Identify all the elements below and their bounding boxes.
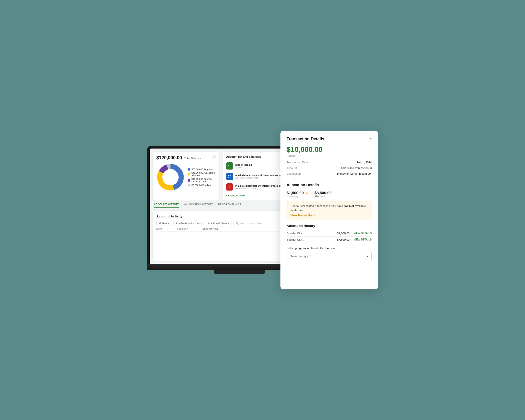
date-range-chevron: ▾ (168, 222, 169, 225)
legend-dot-pending (188, 184, 190, 186)
legend-label-pending: $5,000.00 Pending (191, 184, 211, 186)
view-details-link-1[interactable]: VIEW DETAILS (354, 232, 372, 235)
transaction-amount: $10,000.00 (287, 145, 372, 154)
close-button[interactable]: × (369, 137, 372, 141)
laptop-stand (214, 270, 265, 274)
view-details-link-2[interactable]: VIEW DETAILS (354, 238, 372, 241)
th-date: DATE (156, 228, 177, 230)
legend-label-program: $55,000.00 Program (191, 168, 213, 171)
legend-item-sponsor: $15,000.00 Sponsor Collected Fees (188, 178, 216, 183)
detail-row-date: Transaction Date Feb 1, 2024 (287, 161, 372, 164)
credits-debits-label: Credits and Debits (208, 222, 227, 225)
credits-debits-chevron: ▾ (228, 222, 229, 225)
ribbon-logo: r (226, 162, 233, 170)
balance-card: $120,000.00 Total Balance ℹ (153, 152, 219, 201)
date-range-filter[interactable]: All Time ▾ (156, 221, 171, 226)
view-transactions-link[interactable]: View Transactions (290, 213, 369, 218)
allocation-history-title: Allocation History (287, 224, 372, 228)
transaction-details-panel: Transaction Details × $10,000.00 Amount … (280, 131, 378, 289)
detail-label-date: Transaction Date (287, 161, 317, 164)
chevron-down-icon: ▾ (367, 255, 368, 258)
alloc-remaining-amount: $1,500.00 (287, 191, 304, 195)
detail-label-description: Description (287, 172, 317, 175)
history-amount-1: $1,000.00 (337, 232, 350, 235)
history-city-2: Boulder City... (287, 238, 337, 241)
tab-program-funds[interactable]: PROGRAM FUNDS (218, 203, 241, 208)
search-icon: 🔍 (236, 222, 239, 225)
svg-text:r: r (227, 164, 229, 168)
panel-title: Transaction Details (287, 137, 324, 141)
total-balance-amount: $120,000.00 (156, 155, 182, 160)
detail-label-account: Account (287, 166, 317, 170)
legend-dot-program (188, 168, 190, 171)
tab-allocation-activity[interactable]: ALLOCATION ACTIVITY (184, 203, 213, 208)
history-city-1: Boulder City... (287, 232, 337, 235)
alloc-remaining-label: Remaning (287, 195, 308, 198)
detail-row-description: Description Money for Lorem Ipsum dor (287, 172, 372, 175)
balance-legend: $55,000.00 Program $45,000.00 Available … (188, 168, 216, 186)
date-range-label: All Time (159, 222, 167, 225)
allocation-status-filter[interactable]: Filter by Allocation Status (173, 221, 204, 226)
panel-header: Transaction Details × (287, 137, 372, 141)
legend-label-available: $45,000.00 Available to Allocate (191, 172, 216, 177)
history-row-1: Boulder City... $1,000.00 VIEW DETAILS (287, 230, 372, 237)
select-program-placeholder: Select Program (290, 255, 311, 258)
legend-dot-available (188, 173, 190, 175)
donut-chart (156, 163, 185, 191)
alloc-allocated-label: Allocated (315, 195, 332, 198)
bofa-logo: B (226, 183, 233, 191)
balance-amount-row: $120,000.00 Total Balance (156, 155, 201, 161)
info-icon[interactable]: ℹ (212, 155, 216, 159)
th-account: ACCOUNT (177, 228, 203, 230)
warning-box: Due to unallocated transactions, you hav… (287, 201, 372, 220)
allocation-amounts: $1,500.00 ▲ Remaning $8,500.00 Allocated (287, 191, 372, 198)
balance-header: $120,000.00 Total Balance ℹ (156, 155, 216, 161)
svg-point-5 (163, 169, 178, 185)
legend-item-available: $45,000.00 Available to Allocate (188, 172, 216, 177)
tab-account-activity[interactable]: ACCOUNT ACTIVITY (154, 203, 179, 208)
search-placeholder: Search by description (240, 222, 262, 225)
alloc-remaining: $1,500.00 ▲ Remaning (287, 191, 308, 198)
warning-amount: $500.00 (344, 204, 354, 207)
detail-row-account: Account American Express *3333 (287, 166, 372, 170)
legend-dot-sponsor (188, 179, 190, 182)
detail-value-description: Money for Lorem Ipsum dor (317, 172, 372, 175)
amount-label: Amount (287, 154, 372, 157)
legend-item-program: $55,000.00 Program (188, 168, 216, 171)
warning-text-before: Due to unallocated transactions, you hav… (290, 204, 344, 207)
detail-value-account: American Express *3333 (317, 166, 372, 170)
select-program-dropdown[interactable]: Select Program ▾ (287, 252, 372, 261)
alloc-remaining-value: $1,500.00 ▲ (287, 191, 308, 195)
history-amount-2: $7,500.00 (337, 238, 350, 241)
alloc-allocated-value: $8,500.00 (315, 191, 332, 195)
amex-logo: AMEX (226, 173, 233, 180)
divider-1 (287, 179, 372, 179)
legend-label-sponsor: $15,000.00 Sponsor Collected Fees (191, 178, 216, 183)
history-row-2: Boulder City... $7,500.00 VIEW DETAILS (287, 237, 372, 243)
warning-triangle-icon: ▲ (305, 191, 308, 195)
allocation-title: Allocation Details (287, 183, 372, 187)
select-program-label: Select program to allocate the funds to: (287, 247, 372, 250)
scene: $120,000.00 Total Balance ℹ (147, 131, 378, 289)
detail-value-date: Feb 1, 2024 (317, 161, 372, 164)
allocation-status-label: Filter by Allocation Status (176, 222, 201, 225)
credits-debits-filter[interactable]: Credits and Debits ▾ (206, 221, 231, 226)
total-balance-label: Total Balance (184, 157, 201, 160)
alloc-allocated: $8,500.00 Allocated (315, 191, 332, 198)
legend-item-pending: $5,000.00 Pending (188, 184, 216, 186)
chart-legend-row: $55,000.00 Program $45,000.00 Available … (156, 163, 216, 191)
